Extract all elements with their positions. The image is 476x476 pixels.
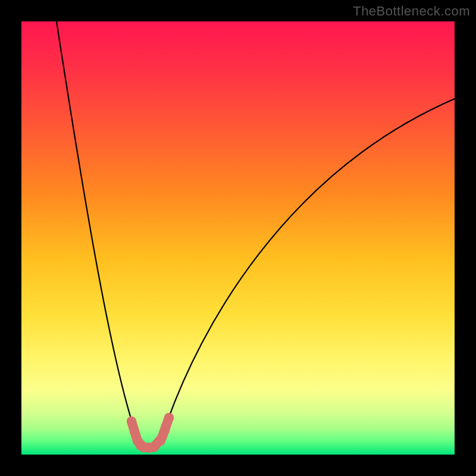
highlight-dot [130, 427, 139, 437]
chart-frame: TheBottleneck.com [0, 0, 476, 476]
plot-area [21, 21, 455, 455]
highlight-dot [164, 413, 174, 422]
gradient-rect [21, 21, 455, 455]
attribution-label: TheBottleneck.com [353, 4, 470, 19]
highlight-dot [127, 416, 136, 426]
highlight-dot [160, 426, 170, 436]
highlight-dot [156, 436, 165, 446]
plot-svg [21, 21, 455, 455]
